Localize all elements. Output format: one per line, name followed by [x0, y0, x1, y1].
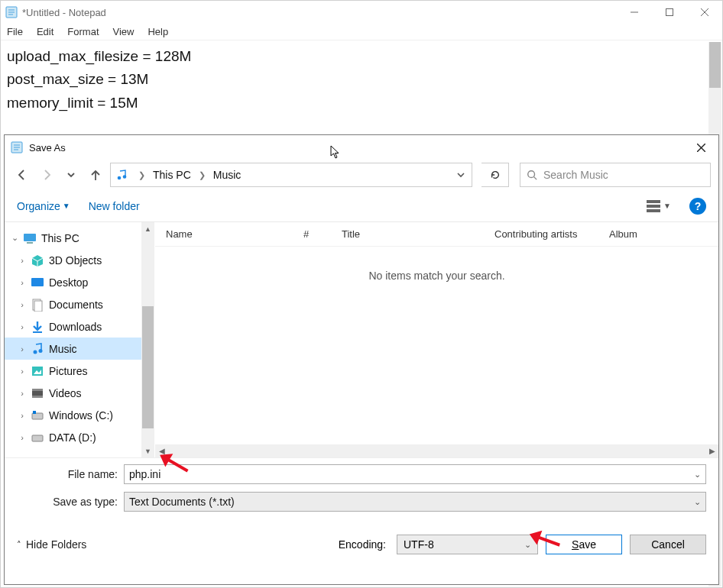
savetype-label: Save as type: [17, 496, 124, 508]
menu-help[interactable]: Help [148, 26, 168, 37]
filename-input[interactable]: php.ini ⌄ [124, 464, 706, 484]
nav-forward-button[interactable] [37, 164, 57, 186]
folder-tree[interactable]: ⌄ This PC › 3D Objects › Desktop › Docum… [5, 222, 142, 457]
dialog-footer: ˄ Hide Folders Encoding: UTF-8 ⌄ Save Ca… [5, 524, 718, 565]
tree-item-drive-c[interactable]: › Windows (C:) [5, 404, 141, 426]
savetype-select[interactable]: Text Documents (*.txt) ⌄ [124, 492, 706, 512]
pictures-icon [31, 364, 44, 378]
column-headers[interactable]: Name # Title Contributing artists Album [155, 222, 718, 247]
view-options-button[interactable]: ▼ [647, 200, 671, 212]
menu-format[interactable]: Format [67, 26, 99, 37]
breadcrumb-music[interactable]: Music [210, 169, 245, 181]
svg-rect-28 [34, 301, 42, 312]
downloads-icon [31, 320, 44, 334]
chevron-down-icon[interactable]: ⌄ [694, 470, 701, 480]
chevron-right-icon: › [18, 278, 26, 287]
chevron-up-icon: ˄ [17, 540, 21, 550]
tree-item-pictures[interactable]: › Pictures [5, 360, 141, 382]
col-album[interactable]: Album [598, 228, 675, 240]
tree-item-music[interactable]: › Music [5, 338, 141, 360]
close-button[interactable] [687, 1, 722, 24]
scroll-left-icon[interactable]: ◀ [155, 447, 168, 455]
svg-rect-20 [647, 205, 660, 208]
chevron-right-icon: › [18, 389, 26, 398]
breadcrumb-dropdown[interactable] [450, 170, 472, 179]
chevron-right-icon: › [18, 300, 26, 309]
search-input[interactable]: Search Music [520, 163, 711, 187]
menu-edit[interactable]: Edit [37, 26, 53, 37]
search-placeholder: Search Music [543, 169, 608, 181]
svg-point-30 [34, 350, 37, 354]
drive-icon [31, 409, 44, 422]
menu-view[interactable]: View [113, 26, 135, 37]
dialog-titlebar[interactable]: Save As [5, 135, 718, 160]
tree-item-desktop[interactable]: › Desktop [5, 271, 141, 293]
encoding-select[interactable]: UTF-8 ⌄ [397, 535, 538, 554]
chevron-right-icon: ❯ [134, 170, 150, 180]
notepad-title: *Untitled - Notepad [22, 7, 617, 18]
notepad-icon [5, 6, 18, 18]
breadcrumb-this-pc[interactable]: This PC [150, 169, 194, 181]
dialog-middle: ⌄ This PC › 3D Objects › Desktop › Docum… [5, 222, 718, 457]
breadcrumb-bar[interactable]: ❯ This PC ❯ Music [110, 163, 472, 187]
tree-scrollbar[interactable]: ▲ ▼ [141, 222, 154, 457]
scroll-right-icon[interactable]: ▶ [705, 447, 718, 455]
cursor-icon [330, 145, 341, 161]
svg-rect-38 [33, 411, 36, 414]
col-contrib[interactable]: Contributing artists [484, 228, 598, 240]
chevron-down-icon[interactable]: ⌄ [524, 540, 531, 550]
music-icon [31, 342, 44, 356]
tree-item-drive-d[interactable]: › DATA (D:) [5, 426, 141, 448]
new-folder-button[interactable]: New folder [89, 200, 140, 212]
menu-file[interactable]: File [7, 26, 23, 37]
dialog-fields: File name: php.ini ⌄ Save as type: Text … [5, 457, 718, 524]
organize-menu[interactable]: Organize▼ [17, 200, 70, 212]
chevron-right-icon: › [18, 344, 26, 354]
file-hscrollbar[interactable]: ◀ ▶ [155, 444, 718, 457]
notepad-menubar: File Edit Format View Help [1, 24, 722, 40]
desktop-icon [31, 276, 44, 289]
chevron-right-icon: › [18, 322, 26, 331]
col-name[interactable]: Name [155, 228, 293, 240]
videos-icon [31, 386, 44, 400]
svg-point-15 [118, 176, 122, 180]
hide-folders-button[interactable]: ˄ Hide Folders [17, 538, 86, 551]
notepad-textarea[interactable]: upload_max_filesize = 128M post_max_size… [1, 40, 722, 119]
chevron-right-icon: › [18, 411, 26, 420]
dialog-close-button[interactable] [683, 135, 718, 160]
chevron-right-icon: ❯ [194, 170, 210, 180]
svg-rect-23 [27, 242, 33, 244]
encoding-label: Encoding: [339, 538, 386, 551]
maximize-button[interactable] [652, 1, 687, 24]
save-button[interactable]: Save [546, 535, 622, 554]
scroll-down-icon[interactable]: ▼ [141, 444, 154, 457]
tree-item-documents[interactable]: › Documents [5, 293, 141, 315]
file-list[interactable]: Name # Title Contributing artists Album … [155, 222, 718, 457]
svg-line-18 [534, 177, 537, 180]
nav-back-button[interactable] [12, 164, 32, 186]
svg-rect-26 [31, 278, 44, 286]
col-title[interactable]: Title [331, 228, 484, 240]
help-button[interactable]: ? [689, 198, 706, 215]
minimize-button[interactable] [617, 1, 652, 24]
tree-this-pc[interactable]: ⌄ This PC [5, 227, 141, 249]
empty-message: No items match your search. [155, 270, 718, 282]
tree-item-downloads[interactable]: › Downloads [5, 315, 141, 338]
cancel-button[interactable]: Cancel [630, 535, 706, 554]
tree-item-videos[interactable]: › Videos [5, 382, 141, 404]
editor-line: post_max_size = 13M [7, 68, 716, 91]
dialog-toolbar: Organize▼ New folder ▼ ? [5, 190, 718, 222]
svg-rect-35 [32, 389, 43, 391]
nav-up-button[interactable] [86, 164, 105, 186]
notepad-titlebar[interactable]: *Untitled - Notepad [1, 1, 722, 24]
svg-rect-19 [647, 200, 660, 203]
documents-icon [31, 298, 44, 312]
cube-icon [31, 254, 44, 267]
tree-item-3d-objects[interactable]: › 3D Objects [5, 249, 141, 271]
scroll-up-icon[interactable]: ▲ [141, 222, 154, 235]
refresh-button[interactable] [481, 163, 509, 187]
col-number[interactable]: # [293, 228, 331, 240]
editor-line: memory_limit = 15M [7, 92, 716, 115]
chevron-down-icon[interactable]: ⌄ [694, 497, 701, 507]
nav-recent-button[interactable] [61, 164, 81, 186]
